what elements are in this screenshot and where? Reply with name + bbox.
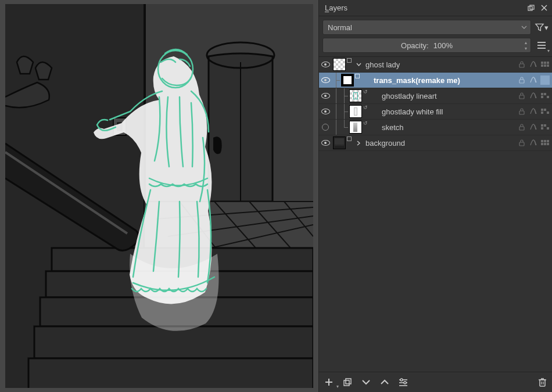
svg-rect-41 bbox=[519, 111, 524, 114]
badge-icon bbox=[347, 58, 352, 63]
chevron-down-icon: ▾ bbox=[544, 23, 549, 32]
layer-badges bbox=[347, 136, 353, 149]
svg-rect-55 bbox=[541, 143, 543, 145]
eye-icon bbox=[321, 62, 330, 67]
inherit-alpha-icon[interactable] bbox=[540, 75, 550, 85]
alpha-icon[interactable] bbox=[529, 75, 538, 85]
svg-rect-44 bbox=[541, 112, 543, 114]
expand-toggle[interactable] bbox=[355, 141, 362, 146]
expand-toggle[interactable] bbox=[355, 63, 362, 66]
opacity-value: 100% bbox=[433, 41, 453, 50]
spin-up-icon[interactable]: ▲ bbox=[522, 39, 529, 45]
lock-icon[interactable] bbox=[517, 123, 526, 132]
inherit-alpha-icon[interactable] bbox=[540, 138, 550, 148]
svg-rect-51 bbox=[519, 142, 524, 146]
svg-point-63 bbox=[400, 379, 403, 381]
spin-down-icon[interactable]: ▼ bbox=[522, 45, 529, 51]
eye-icon bbox=[321, 93, 330, 99]
svg-rect-50 bbox=[547, 127, 549, 130]
layer-row-lineart[interactable]: ↺ ghostlady lineart bbox=[319, 88, 552, 104]
layer-badges: ↺ bbox=[363, 105, 369, 118]
layer-right-icons bbox=[517, 138, 550, 148]
visibility-toggle[interactable] bbox=[319, 93, 332, 99]
lock-icon[interactable] bbox=[517, 60, 526, 69]
duplicate-layer-button[interactable] bbox=[341, 376, 354, 389]
layer-name: ghostlady lineart bbox=[378, 92, 517, 100]
chevron-down-icon: ▾ bbox=[336, 384, 339, 389]
move-layer-up-button[interactable] bbox=[378, 376, 391, 389]
eye-icon bbox=[321, 109, 330, 114]
float-panel-icon[interactable] bbox=[526, 3, 536, 13]
layer-thumbnail[interactable] bbox=[349, 89, 362, 102]
alpha-icon[interactable] bbox=[529, 91, 538, 100]
svg-rect-34 bbox=[547, 64, 549, 67]
close-panel-icon[interactable] bbox=[539, 3, 549, 13]
layer-name: sketch bbox=[378, 123, 517, 132]
blend-mode-select[interactable]: Normal bbox=[322, 20, 531, 35]
move-layer-down-button[interactable] bbox=[360, 376, 372, 389]
alpha-icon[interactable] bbox=[529, 107, 538, 116]
svg-rect-46 bbox=[519, 127, 524, 130]
alpha-icon[interactable] bbox=[529, 60, 538, 69]
layer-right-icons bbox=[517, 75, 550, 85]
layer-name: background bbox=[362, 139, 517, 148]
alpha-icon[interactable] bbox=[529, 123, 538, 132]
opacity-label: Opacity: bbox=[401, 41, 429, 50]
svg-rect-48 bbox=[544, 124, 546, 127]
badge-icon: ↺ bbox=[363, 105, 368, 110]
inherit-alpha-icon[interactable] bbox=[540, 60, 550, 69]
layer-thumbnail[interactable] bbox=[341, 74, 354, 87]
visibility-toggle[interactable] bbox=[319, 109, 332, 114]
layer-row-background[interactable]: background bbox=[319, 135, 552, 151]
badge-icon: ↺ bbox=[363, 89, 368, 94]
layer-thumbnail[interactable] bbox=[349, 121, 362, 134]
layer-properties-button[interactable] bbox=[397, 376, 410, 389]
opacity-row: Opacity: 100% ▲ ▼ ▾ bbox=[319, 37, 552, 56]
tree-indent bbox=[332, 88, 348, 103]
add-layer-button[interactable]: ▾ bbox=[322, 376, 335, 389]
inherit-alpha-icon[interactable] bbox=[540, 123, 550, 132]
inherit-alpha-icon[interactable] bbox=[540, 91, 550, 100]
tree-indent bbox=[332, 104, 348, 119]
layer-row-sketch[interactable]: ↺ sketch bbox=[319, 120, 552, 135]
alpha-icon[interactable] bbox=[529, 138, 538, 148]
panel-title: Layers bbox=[325, 3, 523, 12]
svg-rect-56 bbox=[544, 143, 546, 145]
layer-badges bbox=[355, 74, 361, 87]
layer-row-trans-mask[interactable]: trans_mask(remake me) bbox=[319, 73, 552, 88]
svg-rect-43 bbox=[544, 109, 546, 111]
badge-icon: ↺ bbox=[363, 121, 368, 125]
visibility-toggle[interactable] bbox=[319, 77, 332, 83]
visibility-toggle[interactable] bbox=[319, 140, 332, 146]
svg-rect-45 bbox=[547, 112, 549, 114]
tree-indent bbox=[332, 120, 348, 135]
filter-icon[interactable]: ▾ bbox=[535, 20, 549, 34]
svg-rect-60 bbox=[344, 380, 349, 386]
visibility-toggle[interactable] bbox=[319, 62, 332, 67]
svg-rect-33 bbox=[544, 64, 546, 67]
svg-rect-38 bbox=[544, 93, 546, 95]
delete-layer-button[interactable] bbox=[536, 376, 549, 389]
opacity-slider[interactable]: Opacity: 100% ▲ ▼ bbox=[322, 38, 531, 53]
svg-rect-40 bbox=[547, 96, 549, 98]
layer-name: ghost lady bbox=[362, 60, 517, 69]
layer-thumbnail[interactable] bbox=[349, 105, 362, 118]
canvas-area bbox=[0, 0, 318, 392]
layer-row-ghost-lady[interactable]: ghost lady bbox=[319, 57, 552, 73]
canvas[interactable] bbox=[5, 4, 313, 388]
layer-row-white-fill[interactable]: ↺ ghostlady white fill bbox=[319, 104, 552, 120]
svg-rect-28 bbox=[519, 64, 524, 67]
layer-thumbnail[interactable] bbox=[333, 58, 346, 71]
visibility-toggle[interactable] bbox=[319, 124, 332, 131]
svg-rect-52 bbox=[541, 140, 543, 142]
lock-icon[interactable] bbox=[517, 91, 526, 100]
svg-rect-67 bbox=[540, 380, 545, 386]
lock-icon[interactable] bbox=[517, 107, 526, 116]
lock-icon[interactable] bbox=[517, 138, 526, 148]
svg-rect-31 bbox=[547, 62, 549, 64]
layer-thumbnail[interactable] bbox=[333, 136, 346, 149]
panel-menu-icon[interactable]: ▾ bbox=[535, 38, 549, 52]
badge-icon bbox=[347, 136, 352, 141]
lock-icon[interactable] bbox=[517, 75, 526, 85]
inherit-alpha-icon[interactable] bbox=[540, 107, 550, 116]
